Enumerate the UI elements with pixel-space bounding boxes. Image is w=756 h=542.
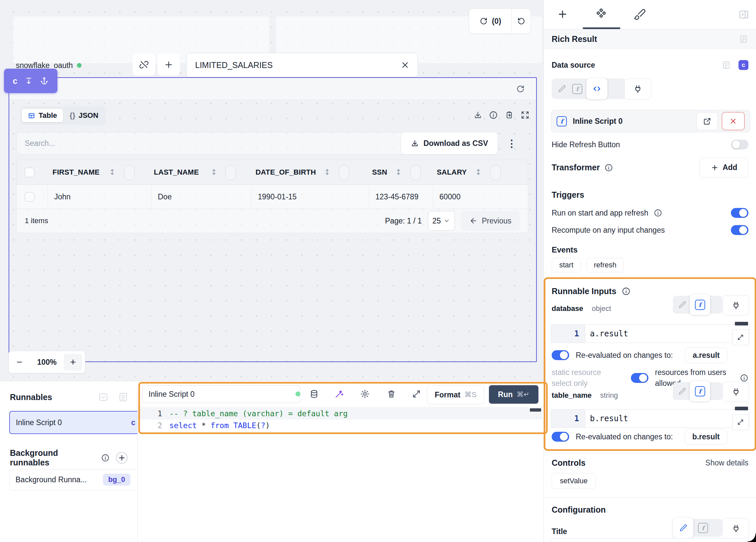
anchor-icon[interactable]: [40, 77, 49, 85]
row-checkbox[interactable]: [25, 192, 34, 202]
reeval-dep-chip[interactable]: b.result: [685, 429, 727, 445]
column-toggle[interactable]: [410, 165, 421, 180]
sort-icon[interactable]: [108, 168, 116, 176]
move-down-icon[interactable]: [24, 77, 33, 85]
show-details-link[interactable]: Show details: [705, 458, 748, 467]
column-toggle[interactable]: [339, 165, 349, 180]
sort-icon[interactable]: [210, 168, 218, 176]
database-code-editor[interactable]: 1 a.result: [551, 324, 750, 343]
reeval-toggle[interactable]: [552, 350, 569, 360]
static-option-active[interactable]: [673, 518, 693, 538]
runnable-item-inline-script[interactable]: Inline Script 0 c: [9, 411, 142, 434]
sort-icon[interactable]: [323, 168, 331, 176]
unlink-button[interactable]: [133, 53, 155, 76]
static-pencil-option[interactable]: [678, 301, 686, 309]
docs-icon[interactable]: [721, 60, 731, 70]
expand-editor-icon[interactable]: [412, 389, 421, 399]
expand-code-button[interactable]: [732, 414, 749, 430]
refresh-result-icon[interactable]: [516, 85, 525, 93]
components-tab-icon[interactable]: [595, 7, 608, 20]
column-header[interactable]: LAST_NAME: [154, 160, 199, 185]
function-option-active[interactable]: f: [690, 294, 710, 315]
run-button[interactable]: Run ⌘↵: [489, 385, 538, 404]
info-icon[interactable]: [604, 163, 613, 172]
static-pencil-option[interactable]: [678, 387, 686, 395]
copy-result-icon[interactable]: [505, 111, 514, 119]
tab-table[interactable]: Table: [22, 109, 63, 122]
plug-option-button[interactable]: [723, 382, 749, 402]
static-pencil-option[interactable]: [558, 85, 566, 93]
column-header[interactable]: SALARY: [437, 160, 467, 185]
scrollbar-thumb[interactable]: [735, 407, 748, 410]
tab-json[interactable]: {} JSON: [64, 109, 104, 122]
table-name-input[interactable]: [194, 60, 400, 70]
function-option[interactable]: f: [572, 84, 582, 94]
title-value-input[interactable]: [551, 538, 750, 542]
collapse-panel-icon[interactable]: [739, 9, 749, 20]
more-options-kebab-button[interactable]: ⋮: [504, 136, 519, 151]
script-name-input[interactable]: [148, 390, 294, 399]
table-row[interactable]: John Doe 1990-01-15 123-45-6789 60000: [17, 185, 528, 209]
refresh-count-button[interactable]: (0): [469, 17, 511, 26]
table-search-input[interactable]: [24, 139, 400, 148]
add-transformer-button[interactable]: Add: [700, 158, 748, 178]
column-header[interactable]: SSN: [372, 160, 387, 185]
function-option[interactable]: f: [698, 523, 708, 533]
source-script-row[interactable]: f Inline Script 0: [551, 110, 750, 132]
function-option-active[interactable]: f: [690, 381, 710, 401]
info-icon[interactable]: [101, 454, 110, 462]
info-icon[interactable]: [489, 111, 498, 119]
style-brush-tab[interactable]: [634, 8, 646, 20]
code-line-2[interactable]: 2 select * from TABLE(?): [138, 420, 542, 431]
scrollbar-thumb[interactable]: [530, 408, 541, 412]
fullscreen-icon[interactable]: [521, 111, 530, 119]
zoom-out-button[interactable]: −: [9, 356, 30, 368]
column-toggle[interactable]: [225, 165, 236, 180]
plug-resource-button[interactable]: [624, 79, 651, 100]
run-on-start-toggle[interactable]: [731, 208, 748, 218]
download-csv-button[interactable]: Download as CSV: [401, 132, 498, 154]
code-option-active[interactable]: [586, 78, 607, 99]
database-icon[interactable]: [309, 389, 319, 399]
rich-result-component[interactable]: Result Table {} JSON: [9, 77, 537, 362]
reeval-dep-chip[interactable]: a.result: [685, 347, 727, 363]
select-all-checkbox[interactable]: [25, 168, 34, 177]
column-toggle[interactable]: [124, 165, 135, 180]
code-value[interactable]: a.result: [585, 325, 749, 343]
page-size-select[interactable]: 25: [428, 211, 455, 231]
component-selection-toolbar[interactable]: c: [4, 69, 57, 93]
open-script-button[interactable]: [697, 112, 718, 130]
delete-trash-icon[interactable]: [387, 389, 396, 399]
resources-from-users-toggle[interactable]: [631, 373, 648, 383]
info-icon[interactable]: [654, 209, 662, 217]
sort-icon[interactable]: [474, 168, 482, 176]
settings-gear-icon[interactable]: [360, 389, 370, 399]
collapse-runnables-icon[interactable]: [98, 391, 109, 403]
column-header[interactable]: FIRST_NAME: [52, 160, 100, 185]
docs-icon[interactable]: [739, 34, 748, 44]
reeval-toggle[interactable]: [552, 432, 569, 442]
code-value[interactable]: b.result: [585, 410, 749, 427]
info-icon[interactable]: [740, 374, 748, 382]
event-chip-start[interactable]: start: [552, 258, 581, 272]
column-header[interactable]: DATE_OF_BIRTH: [256, 160, 316, 185]
remove-source-button[interactable]: [722, 112, 745, 130]
clear-input-icon[interactable]: [400, 60, 410, 70]
previous-page-button[interactable]: Previous: [461, 211, 520, 231]
history-button[interactable]: [512, 17, 531, 25]
background-runnable-item[interactable]: Background Runna... bg_0: [9, 469, 141, 490]
table-name-code-editor[interactable]: 1 b.result: [551, 409, 750, 428]
recompute-toggle[interactable]: [731, 225, 748, 235]
download-icon[interactable]: [473, 111, 482, 119]
code-line-1[interactable]: 1 -- ? table_name (varchar) = default ar…: [138, 408, 542, 420]
hide-refresh-toggle[interactable]: [731, 140, 748, 150]
column-toggle[interactable]: [490, 165, 501, 180]
add-button[interactable]: [157, 53, 180, 76]
format-button[interactable]: Format ⌘S: [427, 385, 484, 404]
add-background-runnable-button[interactable]: [115, 451, 129, 465]
scrollbar-thumb[interactable]: [735, 322, 748, 325]
add-component-tab[interactable]: [557, 9, 568, 20]
plug-option-button[interactable]: [723, 518, 749, 539]
sort-icon[interactable]: [395, 168, 402, 176]
ai-wand-icon[interactable]: [334, 389, 344, 399]
